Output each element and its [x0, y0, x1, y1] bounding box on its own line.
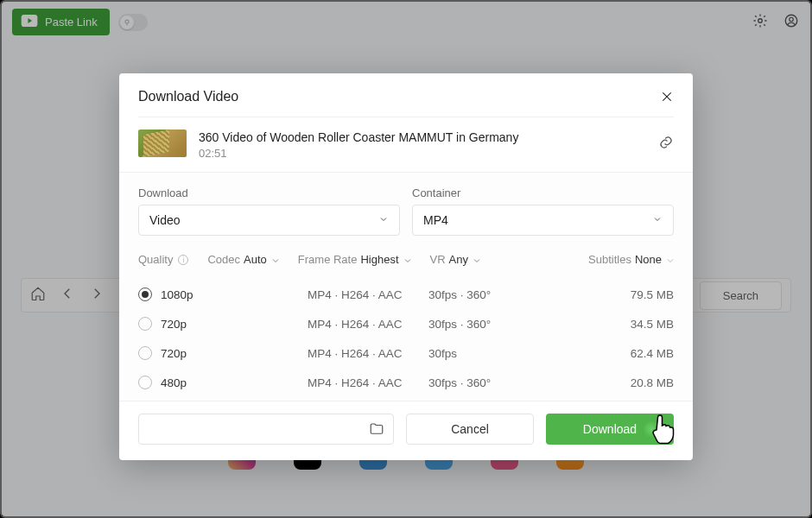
filters-row: Quality i Codec Auto Frame Rate Highest …	[138, 253, 674, 266]
video-title: 360 Video of Wooden Roller Coaster MAMMU…	[199, 130, 646, 145]
container-dropdown[interactable]: MP4	[412, 205, 674, 236]
subtitles-label: Subtitles	[588, 253, 631, 266]
subtitles-filter[interactable]: Subtitles None	[588, 253, 674, 266]
quality-row[interactable]: 720pMP4 · H264 · AAC30fps · 360°34.5 MB	[138, 309, 674, 338]
video-duration: 02:51	[199, 147, 646, 160]
video-thumbnail	[138, 130, 187, 157]
quality-list: 1080pMP4 · H264 · AAC30fps · 360°79.5 MB…	[119, 275, 693, 401]
fps-value: 30fps	[428, 347, 549, 360]
quality-value: 1080p	[161, 288, 308, 301]
dropdown-row: Download Video Container MP4	[138, 186, 674, 236]
container-value: MP4	[423, 213, 448, 227]
size-value: 20.8 MB	[631, 376, 674, 389]
frame-rate-filter[interactable]: Frame Rate Highest	[298, 253, 411, 266]
radio-button[interactable]	[138, 376, 152, 389]
codec-value: MP4 · H264 · AAC	[308, 376, 428, 389]
app-window: Paste Link	[0, 0, 812, 518]
codec-value: Auto	[244, 253, 267, 266]
fps-value: 30fps · 360°	[428, 318, 549, 331]
subtitles-value: None	[635, 253, 662, 266]
radio-button[interactable]	[138, 317, 152, 331]
cancel-label: Cancel	[451, 422, 489, 436]
quality-value: 720p	[161, 347, 308, 360]
chevron-down-icon	[378, 213, 389, 227]
codec-label: Codec	[207, 253, 240, 266]
quality-label: Quality	[138, 253, 173, 266]
quality-value: 480p	[161, 376, 308, 389]
size-value: 34.5 MB	[631, 318, 674, 331]
codec-value: MP4 · H264 · AAC	[308, 318, 428, 331]
chevron-down-icon	[270, 256, 279, 264]
fps-value: 30fps · 360°	[428, 288, 549, 301]
frame-rate-label: Frame Rate	[298, 253, 358, 266]
fps-value: 30fps · 360°	[428, 376, 549, 389]
download-button[interactable]: Download	[546, 414, 674, 445]
chevron-down-icon	[472, 256, 480, 264]
download-type-dropdown[interactable]: Video	[138, 205, 400, 236]
click-ripple	[643, 420, 660, 438]
close-icon	[660, 92, 674, 106]
modal-footer: Cancel Download	[119, 401, 693, 460]
chevron-down-icon	[403, 256, 411, 264]
quality-row[interactable]: 480pMP4 · H264 · AAC30fps · 360°20.8 MB	[138, 368, 674, 397]
quality-row[interactable]: 1080pMP4 · H264 · AAC30fps · 360°79.5 MB	[138, 280, 674, 309]
modal-header: Download Video	[119, 73, 693, 117]
radio-button[interactable]	[138, 287, 152, 301]
download-video-modal: Download Video 360 Video of Wooden Rolle…	[119, 73, 693, 460]
frame-rate-value: Highest	[360, 253, 398, 266]
download-type-field: Download Video	[138, 186, 400, 236]
output-path-field[interactable]	[138, 414, 394, 445]
cancel-button[interactable]: Cancel	[406, 414, 534, 445]
copy-link-button[interactable]	[658, 135, 674, 150]
codec-filter[interactable]: Codec Auto	[207, 253, 278, 266]
vr-filter[interactable]: VR Any	[430, 253, 480, 266]
quality-filter[interactable]: Quality i	[138, 253, 188, 266]
codec-value: MP4 · H264 · AAC	[308, 288, 428, 301]
download-label: Download	[583, 422, 637, 436]
container-label: Container	[412, 186, 674, 199]
quality-row[interactable]: 720pMP4 · H264 · AAC30fps62.4 MB	[138, 338, 674, 368]
vr-label: VR	[430, 253, 446, 266]
modal-title: Download Video	[138, 89, 238, 104]
chevron-down-icon	[652, 213, 663, 227]
chevron-down-icon	[665, 256, 674, 264]
close-button[interactable]	[660, 90, 674, 104]
video-meta: 360 Video of Wooden Roller Coaster MAMMU…	[199, 130, 646, 160]
config-section: Download Video Container MP4 Qualit	[119, 173, 693, 275]
size-value: 79.5 MB	[631, 288, 674, 301]
folder-icon	[369, 421, 384, 437]
codec-value: MP4 · H264 · AAC	[308, 347, 428, 360]
link-icon	[658, 138, 674, 153]
vr-value: Any	[449, 253, 468, 266]
quality-value: 720p	[161, 318, 308, 331]
download-value: Video	[149, 213, 181, 227]
radio-button[interactable]	[138, 346, 152, 360]
size-value: 62.4 MB	[631, 347, 674, 360]
video-info-row: 360 Video of Wooden Roller Coaster MAMMU…	[119, 117, 693, 172]
container-field: Container MP4	[412, 186, 674, 236]
download-label: Download	[138, 186, 400, 199]
info-icon: i	[178, 255, 188, 265]
